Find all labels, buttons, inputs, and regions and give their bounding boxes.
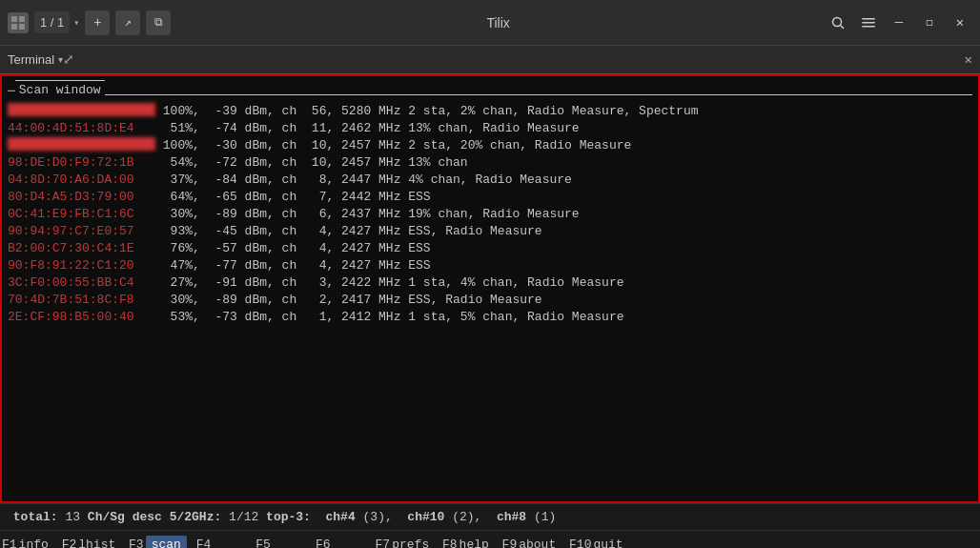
fkey-f9[interactable]: F9 about [500,531,567,548]
svg-rect-8 [862,26,875,28]
mac-address: 44:00:4D:51:8D:E4 [8,120,155,137]
fkey-bar: F1 info F2 lhist F3 scan F4 F5 F6 F7 pre… [0,530,980,548]
fkey-f3-num: F3 [127,538,146,548]
table-row: 98:DE:D0:F9:72:1B 54%, -72 dBm, ch 10, 2… [8,154,972,172]
menu-button[interactable] [856,10,881,35]
fkey-f9-label: about [519,538,567,548]
fkey-f7-label: prefs [392,538,440,548]
table-row: 04:8D:70:A6:DA:00 37%, -84 dBm, ch 8, 24… [8,172,972,189]
freq-value: 1/12 [229,510,266,524]
mac-address [8,137,155,151]
svg-rect-0 [11,16,17,22]
scan-stats: 30%, -89 dBm, ch 2, 2417 MHz ESS, Radio … [155,292,542,309]
table-row: 90:94:97:C7:E0:57 93%, -45 dBm, ch 4, 24… [8,223,972,240]
scan-stats: 93%, -45 dBm, ch 4, 2427 MHz ESS, Radio … [155,223,542,240]
fkey-f6-label [333,538,374,548]
fkey-f1-label: info [19,538,60,548]
fkey-f4[interactable]: F4 [194,531,255,548]
app-icon [8,12,29,33]
table-row: 3C:F0:00:55:BB:C4 27%, -91 dBm, ch 3, 24… [8,274,972,292]
fkey-f3[interactable]: F3 scan [127,531,194,548]
table-row: 90:F8:91:22:C1:20 47%, -77 dBm, ch 4, 24… [8,257,972,274]
total-value: 13 [65,510,87,524]
fkey-f4-num: F4 [194,538,214,548]
top3-ch8-count: (1) [526,510,556,524]
top3-ch8: ch#8 [497,510,526,524]
scan-stats: 54%, -72 dBm, ch 10, 2457 MHz 13% chan [155,154,468,172]
titlebar-right: ─ ◻ ✕ [826,10,972,35]
fkey-f8[interactable]: F8 help [440,531,500,548]
table-row: 2E:CF:98:B5:00:40 53%, -73 dBm, ch 1, 24… [8,309,972,326]
total-label [6,510,13,524]
table-row: 0C:41:E9:FB:C1:6C 30%, -89 dBm, ch 6, 24… [8,206,972,223]
mac-address: 90:94:97:C7:E0:57 [8,223,155,240]
fkey-f10-label: quit [593,538,626,548]
scan-stats: 30%, -89 dBm, ch 6, 2437 MHz 19% chan, R… [155,206,580,223]
tab-count-label: 1 / 1 [34,11,70,33]
statusbar: total: 13 Ch/Sg desc 5/2GHz: 1/12 top-3:… [0,503,980,530]
fkey-f2[interactable]: F2 lhist [60,531,127,548]
mac-address: 0C:41:E9:FB:C1:6C [8,206,155,223]
top3-label: top-3: [266,510,325,524]
scan-stats: 51%, -74 dBm, ch 11, 2462 MHz 13% chan, … [155,120,580,137]
table-row: 44:00:4D:51:8D:E4 51%, -74 dBm, ch 11, 2… [8,120,972,137]
table-row: 100%, -30 dBm, ch 10, 2457 MHz 2 sta, 20… [8,137,972,154]
scan-stats: 37%, -84 dBm, ch 8, 2447 MHz 4% chan, Ra… [155,172,572,189]
mac-address: 98:DE:D0:F9:72:1B [8,154,155,172]
maximize-button[interactable]: ◻ [917,10,942,35]
new-window-button[interactable]: ⧉ [146,10,171,35]
mac-address [8,103,155,116]
table-row: 80:D4:A5:D3:79:00 64%, -65 dBm, ch 7, 24… [8,189,972,206]
table-row: 100%, -39 dBm, ch 56, 5280 MHz 2 sta, 2%… [8,103,972,120]
scan-stats: 100%, -39 dBm, ch 56, 5280 MHz 2 sta, 2%… [155,103,699,120]
titlebar-left: 1 / 1 ▾ + ↗ ⧉ [8,10,171,35]
fkey-f1[interactable]: F1 info [0,531,60,548]
fkey-f7-num: F7 [374,538,393,548]
mac-address: 70:4D:7B:51:8C:F8 [8,292,155,309]
add-tab-button[interactable]: + [85,10,110,35]
fkey-f5-num: F5 [254,538,273,548]
fkey-f4-label [213,538,254,548]
mac-address: B2:00:C7:30:C4:1E [8,240,155,257]
terminal-close-button[interactable]: ✕ [965,51,972,68]
titlebar: 1 / 1 ▾ + ↗ ⧉ Tilix ─ ◻ ✕ [0,0,980,46]
chsg-label: Ch/Sg desc [88,510,170,524]
fkey-f1-num: F1 [0,538,19,548]
svg-rect-3 [19,24,25,30]
scan-stats: 27%, -91 dBm, ch 3, 2422 MHz 1 sta, 4% c… [155,274,623,292]
tab-dropdown-arrow[interactable]: ▾ [73,17,79,29]
fkey-f3-label: scan [146,536,187,548]
table-row: B2:00:C7:30:C4:1E 76%, -57 dBm, ch 4, 24… [8,240,972,257]
terminal-expand-button[interactable]: ⤢ [63,51,74,68]
fkey-f2-label: lhist [78,538,127,548]
fkey-f7[interactable]: F7 prefs [374,531,440,548]
scan-stats: 64%, -65 dBm, ch 7, 2442 MHz ESS [155,189,431,206]
svg-rect-7 [862,22,875,24]
fkey-f2-num: F2 [60,538,79,548]
mac-address: 80:D4:A5:D3:79:00 [8,189,155,206]
search-button[interactable] [826,10,850,35]
svg-point-4 [833,17,842,26]
new-session-button[interactable]: ↗ [115,10,140,35]
fkey-f8-num: F8 [440,538,459,548]
minimize-button[interactable]: ─ [887,10,911,35]
svg-rect-1 [19,16,25,22]
fkey-f9-num: F9 [500,538,520,548]
scan-stats: 76%, -57 dBm, ch 4, 2427 MHz ESS [155,240,431,257]
close-button[interactable]: ✕ [948,10,972,35]
fkey-f5[interactable]: F5 [254,531,314,548]
fkey-f10[interactable]: F10 quit [567,531,627,548]
scan-stats: 53%, -73 dBm, ch 1, 2412 MHz 1 sta, 5% c… [155,309,623,326]
scan-entries: 100%, -39 dBm, ch 56, 5280 MHz 2 sta, 2%… [8,103,972,326]
top3-ch4: ch#4 [326,510,356,524]
mac-address: 90:F8:91:22:C1:20 [8,257,155,274]
terminal-tab[interactable]: Terminal ▾ [8,52,63,67]
app-title: Tilix [171,15,826,30]
top3-ch10-count: (2), [444,510,497,524]
fkey-f10-num: F10 [567,538,593,548]
fkey-f6[interactable]: F6 [314,531,374,548]
app-title-text: Tilix [486,15,509,30]
scan-window-title: Scan window [15,80,105,97]
svg-rect-2 [11,24,17,30]
mac-address: 2E:CF:98:B5:00:40 [8,309,155,326]
